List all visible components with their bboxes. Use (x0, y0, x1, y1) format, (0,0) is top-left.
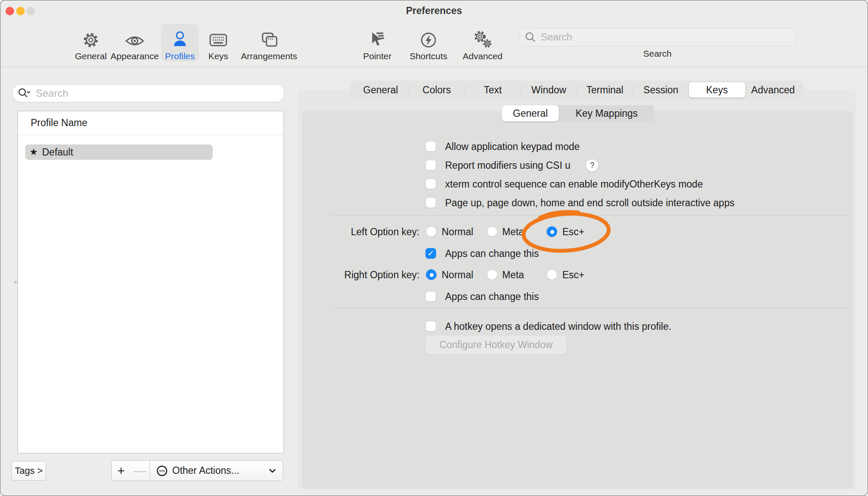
keyboard-icon (208, 28, 229, 49)
radio-label: Esc+ (562, 269, 584, 281)
section-divider (331, 308, 851, 308)
windows-icon (259, 28, 279, 49)
profile-search-field[interactable] (12, 84, 284, 102)
other-actions-dropdown[interactable]: Other Actions... (150, 460, 283, 481)
checkbox-hotkey-window[interactable] (425, 321, 436, 332)
cursor-icon (368, 28, 387, 49)
toolbar-search-input[interactable] (540, 31, 790, 43)
toolbar-search-field[interactable] (519, 28, 796, 46)
bolt-icon (419, 28, 438, 49)
checkbox-label: Allow application keypad mode (445, 141, 580, 153)
profile-search-input[interactable] (35, 87, 279, 100)
left-option-key-label: Left Option key: (325, 226, 420, 238)
other-actions-label: Other Actions... (172, 465, 268, 476)
tab-terminal[interactable]: Terminal (577, 82, 633, 98)
checkbox-right-apps-can-change[interactable] (425, 291, 436, 302)
toolbar-item-shortcuts[interactable]: Shortcuts (403, 24, 454, 61)
checkbox-label: Report modifiers using CSI u (445, 160, 570, 171)
eye-icon (124, 28, 145, 49)
search-filter-icon (18, 88, 31, 99)
star-icon: ★ (29, 147, 38, 158)
radio-left-meta[interactable] (487, 226, 498, 237)
remove-profile-button[interactable]: — (130, 460, 150, 481)
right-option-key-label: Right Option key: (325, 269, 420, 281)
keys-subtab-control: General Key Mappings (502, 105, 654, 121)
profile-name: Default (42, 147, 73, 158)
window-title: Preferences (0, 5, 868, 17)
person-icon (171, 28, 189, 49)
tab-advanced[interactable]: Advanced (745, 82, 801, 98)
checkbox-modify-other-keys[interactable] (425, 179, 436, 189)
configure-hotkey-window-button: Configure Hotkey Window (425, 335, 567, 355)
gear-icon (81, 28, 100, 49)
toolbar-label: Shortcuts (410, 51, 448, 61)
toolbar-item-appearance[interactable]: Appearance (109, 24, 160, 61)
toolbar-divider (0, 66, 868, 67)
radio-right-normal[interactable] (426, 269, 437, 280)
toolbar-label: Appearance (110, 51, 159, 61)
tab-keys[interactable]: Keys (689, 82, 745, 98)
toolbar-label: Pointer (363, 51, 392, 61)
radio-left-normal[interactable] (426, 226, 437, 237)
profile-row-default[interactable]: ★ Default (25, 144, 213, 160)
tab-colors[interactable]: Colors (409, 82, 465, 98)
toolbar-item-pointer[interactable]: Pointer (356, 24, 399, 61)
toolbar-item-arrangements[interactable]: Arrangements (237, 24, 301, 61)
checkbox-keypad-mode[interactable] (425, 141, 436, 152)
radio-right-esc[interactable] (547, 269, 557, 280)
toolbar-label: Advanced (463, 51, 502, 61)
list-header-divider (18, 135, 284, 135)
help-button[interactable]: ? (586, 159, 599, 172)
toolbar-item-general[interactable]: General (69, 24, 112, 61)
toolbar-item-profiles[interactable]: Profiles (161, 24, 199, 61)
checkbox-label: xterm control sequence can enable modify… (445, 179, 703, 190)
profile-list-header: Profile Name (31, 117, 87, 129)
radio-label: Normal (442, 226, 473, 238)
toolbar-search-label: Search (519, 49, 796, 59)
tags-button[interactable]: Tags > (12, 461, 46, 481)
keys-pane-background (302, 111, 853, 488)
toolbar-label: Profiles (165, 51, 195, 61)
chevron-down-icon (268, 468, 277, 474)
tab-general[interactable]: General (353, 82, 409, 98)
profile-tab-bar: General Colors Text Window Terminal Sess… (350, 81, 804, 99)
checkbox-left-apps-can-change[interactable] (425, 248, 436, 259)
checkbox-page-scroll[interactable] (425, 197, 436, 208)
toolbar-label: Arrangements (241, 51, 297, 61)
checkbox-label: Apps can change this (445, 291, 539, 303)
gears-icon (472, 28, 494, 49)
add-profile-button[interactable]: + (111, 460, 131, 481)
tab-window[interactable]: Window (521, 82, 577, 98)
toolbar-item-advanced[interactable]: Advanced (457, 24, 508, 61)
toolbar-item-keys[interactable]: Keys (201, 24, 235, 61)
radio-label: Meta (502, 269, 524, 281)
checkbox-label: A hotkey opens a dedicated window with t… (445, 321, 671, 332)
radio-right-meta[interactable] (487, 269, 498, 280)
tab-text[interactable]: Text (465, 82, 521, 98)
tab-session[interactable]: Session (633, 82, 689, 98)
radio-label: Normal (442, 269, 473, 281)
profile-list-panel: Profile Name ★ Default (17, 111, 284, 453)
subtab-key-mappings[interactable]: Key Mappings (559, 105, 654, 121)
search-icon (525, 32, 536, 43)
toolbar-label: General (75, 51, 107, 61)
preferences-window: Preferences General Appearance (0, 0, 868, 496)
ellipsis-circle-icon (156, 465, 168, 477)
annotation-ellipse (514, 205, 621, 260)
window-edge-dot (14, 281, 17, 284)
subtab-general[interactable]: General (502, 105, 559, 121)
toolbar-label: Keys (208, 51, 229, 61)
checkbox-csi-u[interactable] (425, 160, 436, 170)
